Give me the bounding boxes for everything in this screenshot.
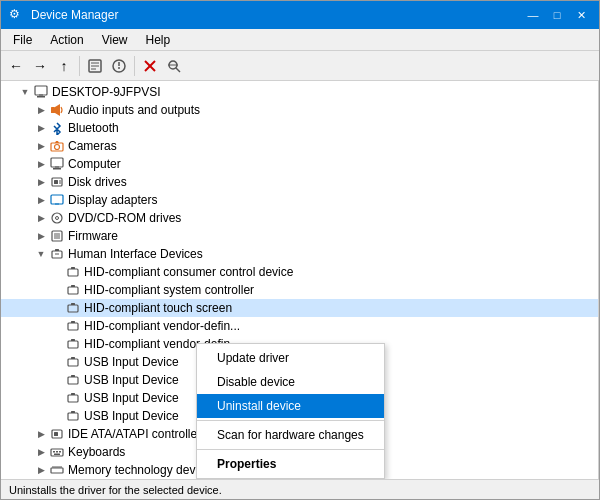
svg-rect-20 [51,158,63,167]
menu-help[interactable]: Help [138,31,179,49]
svg-rect-37 [71,267,75,269]
ctx-uninstall-device[interactable]: Uninstall device [197,394,384,418]
menu-file[interactable]: File [5,31,40,49]
expand-memory[interactable]: ▶ [33,462,49,478]
toolbar-back[interactable]: ← [5,55,27,77]
firmware-label: Firmware [68,229,118,243]
window-title: Device Manager [31,8,118,22]
expand-display[interactable]: ▶ [33,192,49,208]
svg-point-18 [55,145,60,150]
svg-marker-16 [55,104,60,116]
svg-line-10 [176,68,180,72]
svg-rect-52 [68,413,78,420]
hid-consumer-icon [65,264,81,280]
tree-item-display[interactable]: ▶ Display adapters [1,191,598,209]
root-label: DESKTOP-9JFPVSI [52,85,160,99]
hid-vendor1-icon [65,318,81,334]
expand-cameras[interactable]: ▶ [33,138,49,154]
menu-action[interactable]: Action [42,31,91,49]
toolbar-forward[interactable]: → [29,55,51,77]
tree-item-disk[interactable]: ▶ Disk drives [1,173,598,191]
expand-computer[interactable]: ▶ [33,156,49,172]
tree-root[interactable]: ▼ DESKTOP-9JFPVSI [1,83,598,101]
close-button[interactable]: ✕ [571,5,591,25]
tree-item-firmware[interactable]: ▶ Firmware [1,227,598,245]
toolbar-up[interactable]: ↑ [53,55,75,77]
expand-disk[interactable]: ▶ [33,174,49,190]
content-area: ▼ DESKTOP-9JFPVSI ▶ Audio inputs and out… [1,81,599,479]
ide-icon [49,426,65,442]
tree-item-bluetooth[interactable]: ▶ Bluetooth [1,119,598,137]
hid-consumer-label: HID-compliant consumer control device [84,265,293,279]
computer-label: Computer [68,157,121,171]
ctx-disable-device[interactable]: Disable device [197,370,384,394]
svg-rect-41 [71,303,75,305]
audio-label: Audio inputs and outputs [68,103,200,117]
tree-item-audio[interactable]: ▶ Audio inputs and outputs [1,101,598,119]
toolbar-scan[interactable] [163,55,185,77]
ctx-scan-hardware[interactable]: Scan for hardware changes [197,423,384,447]
svg-rect-38 [68,287,78,294]
tree-item-dvd[interactable]: ▶ DVD/CD-ROM drives [1,209,598,227]
expand-dvd[interactable]: ▶ [33,210,49,226]
tree-item-computer[interactable]: ▶ Computer [1,155,598,173]
memory-label: Memory technology devices [68,463,217,477]
hid-vendor2-icon [65,336,81,352]
svg-marker-19 [55,141,59,143]
ctx-properties[interactable]: Properties [197,452,384,476]
toolbar-properties[interactable] [84,55,106,77]
svg-rect-24 [54,180,58,184]
usb1-label: USB Input Device [84,355,179,369]
tree-item-cameras[interactable]: ▶ Cameras [1,137,598,155]
device-manager-window: ⚙ Device Manager — □ ✕ File Action View … [0,0,600,500]
svg-rect-59 [59,451,61,453]
svg-rect-46 [68,359,78,366]
title-bar-controls: — □ ✕ [523,5,591,25]
expand-firmware[interactable]: ▶ [33,228,49,244]
svg-rect-58 [56,451,58,453]
bluetooth-icon [49,120,65,136]
tree-item-hid-consumer[interactable]: ▶ HID-compliant consumer control device [1,263,598,281]
disk-icon [49,174,65,190]
svg-rect-39 [71,285,75,287]
svg-rect-47 [71,357,75,359]
memory-icon [49,462,65,478]
usb3-label: USB Input Device [84,391,179,405]
context-menu: Update driver Disable device Uninstall d… [196,343,385,479]
svg-point-30 [56,217,59,220]
camera-icon [49,138,65,154]
toolbar-update-driver[interactable] [108,55,130,77]
svg-rect-42 [68,323,78,330]
svg-rect-34 [55,249,59,251]
expand-audio[interactable]: ▶ [33,102,49,118]
ctx-update-driver[interactable]: Update driver [197,346,384,370]
expand-ide[interactable]: ▶ [33,426,49,442]
svg-point-29 [52,213,62,223]
svg-rect-22 [53,168,61,170]
hid-system-label: HID-compliant system controller [84,283,254,297]
device-tree[interactable]: ▼ DESKTOP-9JFPVSI ▶ Audio inputs and out… [1,81,599,479]
tree-item-hid-vendor1[interactable]: ▶ HID-compliant vendor-defin... [1,317,598,335]
svg-rect-44 [68,341,78,348]
minimize-button[interactable]: — [523,5,543,25]
keyboards-icon [49,444,65,460]
tree-item-hid[interactable]: ▼ Human Interface Devices [1,245,598,263]
usb3-icon [65,390,81,406]
expand-bluetooth[interactable]: ▶ [33,120,49,136]
toolbar-uninstall[interactable] [139,55,161,77]
svg-rect-53 [71,411,75,413]
tree-item-hid-system[interactable]: ▶ HID-compliant system controller [1,281,598,299]
audio-icon [49,102,65,118]
svg-rect-36 [68,269,78,276]
tree-item-hid-touch[interactable]: ▶ HID-compliant touch screen [1,299,598,317]
hid-system-icon [65,282,81,298]
expand-root[interactable]: ▼ [17,84,33,100]
expand-hid[interactable]: ▼ [33,246,49,262]
svg-rect-43 [71,321,75,323]
maximize-button[interactable]: □ [547,5,567,25]
expand-keyboards[interactable]: ▶ [33,444,49,460]
menu-view[interactable]: View [94,31,136,49]
svg-rect-60 [54,454,60,456]
display-label: Display adapters [68,193,157,207]
svg-rect-45 [71,339,75,341]
